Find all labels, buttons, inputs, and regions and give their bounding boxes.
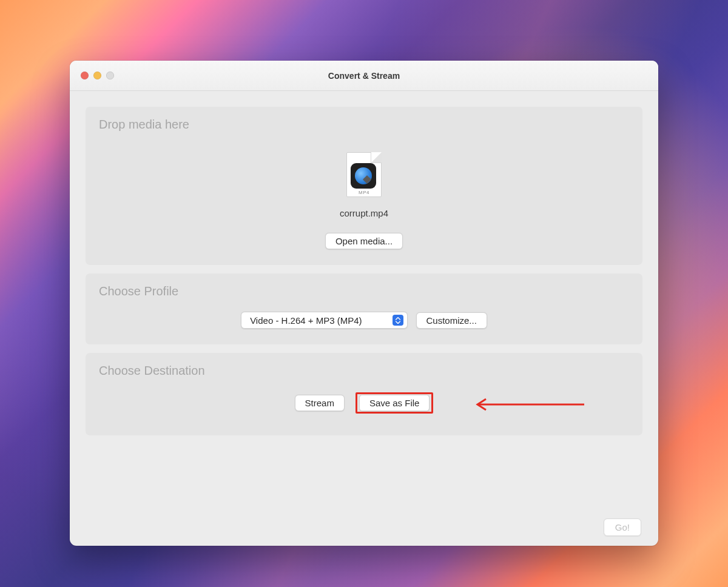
file-name: corrupt.mp4 bbox=[340, 208, 388, 218]
updown-icon bbox=[393, 315, 403, 326]
highlight-annotation: Save as File bbox=[356, 392, 434, 414]
profile-select-value: Video - H.264 + MP3 (MP4) bbox=[250, 315, 362, 326]
choose-profile-heading: Choose Profile bbox=[99, 284, 629, 298]
open-media-button[interactable]: Open media... bbox=[325, 233, 403, 249]
close-icon[interactable] bbox=[81, 72, 89, 79]
convert-stream-window: Convert & Stream Drop media here MP4 cor… bbox=[70, 61, 658, 546]
choose-profile-panel: Choose Profile Video - H.264 + MP3 (MP4)… bbox=[86, 273, 642, 344]
drop-area: MP4 corrupt.mp4 Open media... bbox=[99, 139, 629, 249]
window-controls bbox=[81, 72, 114, 79]
quicktime-icon bbox=[351, 163, 376, 189]
choose-destination-panel: Choose Destination Stream Save as File bbox=[86, 353, 642, 435]
window-title: Convert & Stream bbox=[328, 71, 400, 81]
file-extension-label: MP4 bbox=[346, 190, 382, 195]
file-icon: MP4 bbox=[346, 152, 382, 197]
customize-button[interactable]: Customize... bbox=[416, 312, 487, 329]
titlebar[interactable]: Convert & Stream bbox=[70, 61, 658, 91]
go-button: Go! bbox=[604, 518, 641, 536]
minimize-icon[interactable] bbox=[93, 72, 101, 79]
choose-destination-heading: Choose Destination bbox=[99, 364, 629, 378]
window-content: Drop media here MP4 corrupt.mp4 Open med… bbox=[70, 91, 658, 546]
drop-media-panel[interactable]: Drop media here MP4 corrupt.mp4 Open med… bbox=[86, 107, 642, 265]
stream-button[interactable]: Stream bbox=[295, 395, 345, 411]
footer: Go! bbox=[86, 516, 642, 537]
save-as-file-button[interactable]: Save as File bbox=[359, 395, 430, 411]
profile-select[interactable]: Video - H.264 + MP3 (MP4) bbox=[241, 312, 407, 329]
drop-media-heading: Drop media here bbox=[99, 118, 629, 132]
zoom-icon bbox=[106, 72, 114, 79]
